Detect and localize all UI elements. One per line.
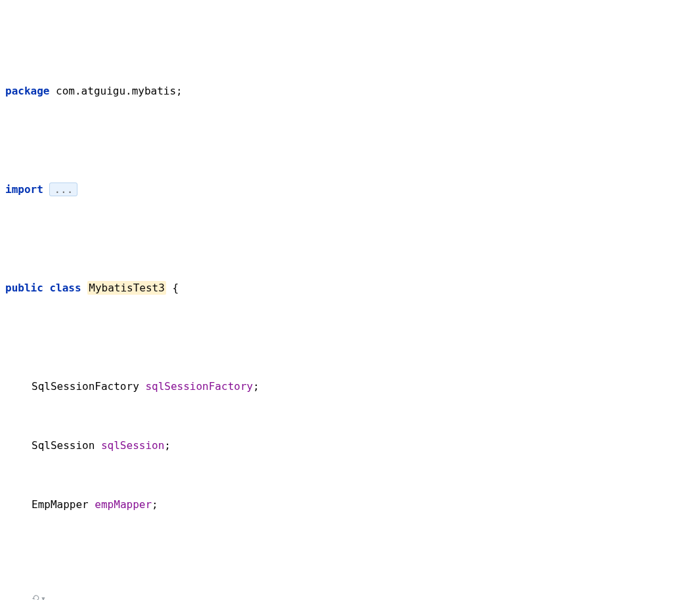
field-sqlSession: SqlSession sqlSession;	[5, 436, 700, 456]
field-sqlSessionFactory: SqlSessionFactory sqlSessionFactory;	[5, 377, 700, 396]
code-editor[interactable]: package com.atguigu.mybatis; import ... …	[0, 0, 700, 600]
package-name: com.atguigu.mybatis	[56, 85, 176, 97]
line-class-decl: public class MybatisTest3 {	[5, 278, 700, 298]
line-import: import ...	[5, 180, 700, 200]
field-empMapper: EmpMapper empMapper;	[5, 495, 700, 515]
fold-region[interactable]: ...	[49, 182, 77, 196]
line-package: package com.atguigu.mybatis;	[5, 81, 700, 101]
keyword-import: import	[5, 183, 43, 196]
class-name: MybatisTest3	[87, 281, 166, 295]
gutter-recursion-icon[interactable]: ▾	[5, 593, 700, 600]
keyword-package: package	[5, 85, 49, 97]
